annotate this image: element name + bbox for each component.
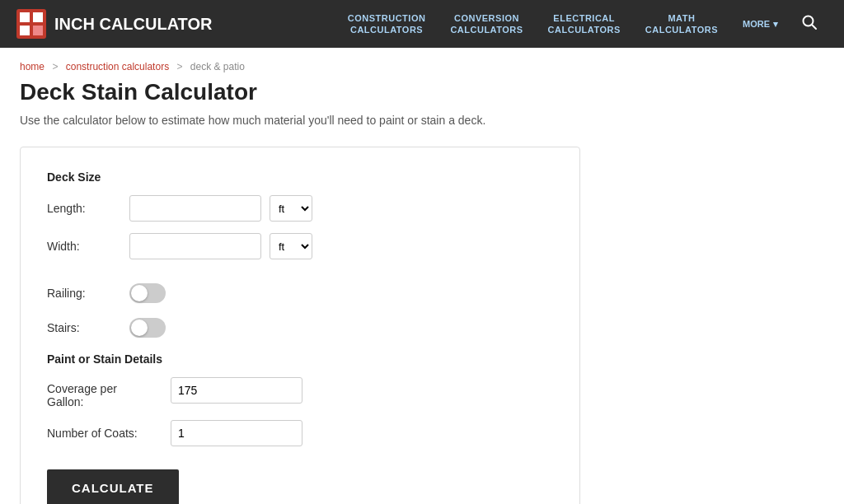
calculate-button[interactable]: CALCULATE <box>47 469 179 504</box>
breadcrumb-construction[interactable]: construction calculators <box>66 61 169 72</box>
length-input[interactable] <box>129 195 261 222</box>
svg-rect-1 <box>20 12 30 22</box>
svg-rect-4 <box>33 26 43 35</box>
logo-text: INCH CALCULATOR <box>54 15 212 34</box>
width-input[interactable] <box>129 233 261 259</box>
svg-rect-3 <box>20 26 30 35</box>
width-unit-select[interactable]: ft in m <box>270 233 312 259</box>
page-title: Deck Stain Calculator <box>20 79 607 105</box>
stairs-row: Stairs: <box>47 318 553 338</box>
breadcrumb-home[interactable]: home <box>20 61 45 72</box>
coats-label: Number of Coats: <box>47 427 162 440</box>
nav-math[interactable]: MATH CALCULATORS <box>634 6 729 43</box>
width-row: Width: ft in m <box>47 233 553 259</box>
breadcrumb-sep2: > <box>176 61 182 72</box>
main-content: Deck Stain Calculator Use the calculator… <box>0 79 626 504</box>
nav-more-button[interactable]: MORE ▾ <box>731 12 790 36</box>
stairs-toggle[interactable] <box>129 318 166 338</box>
coats-input[interactable] <box>171 420 302 446</box>
stairs-toggle-track[interactable] <box>129 318 166 338</box>
nav-links: CONSTRUCTION CALCULATORS CONVERSION CALC… <box>336 6 828 43</box>
breadcrumb-sep1: > <box>52 61 58 72</box>
paint-section-label: Paint or Stain Details <box>47 352 553 366</box>
length-row: Length: ft in m <box>47 195 553 222</box>
search-button[interactable] <box>791 7 828 41</box>
railing-toggle-track[interactable] <box>129 283 166 303</box>
nav-electrical[interactable]: ELECTRICAL CALCULATORS <box>537 6 632 43</box>
chevron-down-icon: ▾ <box>773 19 778 30</box>
coverage-label: Coverage perGallon: <box>47 377 162 408</box>
coverage-input[interactable] <box>171 377 302 404</box>
railing-label: Railing: <box>47 287 121 300</box>
coats-row: Number of Coats: <box>47 420 553 446</box>
length-label: Length: <box>47 202 121 215</box>
deck-size-label: Deck Size <box>47 170 553 184</box>
railing-toggle[interactable] <box>129 283 166 303</box>
calculator-box: Deck Size Length: ft in m Width: ft in m… <box>20 147 580 504</box>
main-nav: INCH CALCULATOR CONSTRUCTION CALCULATORS… <box>0 0 844 48</box>
stairs-label: Stairs: <box>47 321 121 334</box>
coverage-row: Coverage perGallon: <box>47 377 553 408</box>
page-description: Use the calculator below to estimate how… <box>20 114 607 127</box>
breadcrumb: home > construction calculators > deck &… <box>0 48 844 79</box>
width-label: Width: <box>47 240 121 253</box>
length-unit-select[interactable]: ft in m <box>270 195 312 222</box>
railing-row: Railing: <box>47 283 553 303</box>
search-icon <box>801 14 818 30</box>
svg-rect-2 <box>33 12 43 22</box>
breadcrumb-current: deck & patio <box>190 61 245 72</box>
nav-conversion[interactable]: CONVERSION CALCULATORS <box>438 6 534 43</box>
paint-section: Paint or Stain Details Coverage perGallo… <box>47 352 553 446</box>
nav-construction[interactable]: CONSTRUCTION CALCULATORS <box>336 6 438 43</box>
svg-line-6 <box>812 25 816 29</box>
logo-icon <box>16 9 46 39</box>
logo-link[interactable]: INCH CALCULATOR <box>16 9 212 39</box>
